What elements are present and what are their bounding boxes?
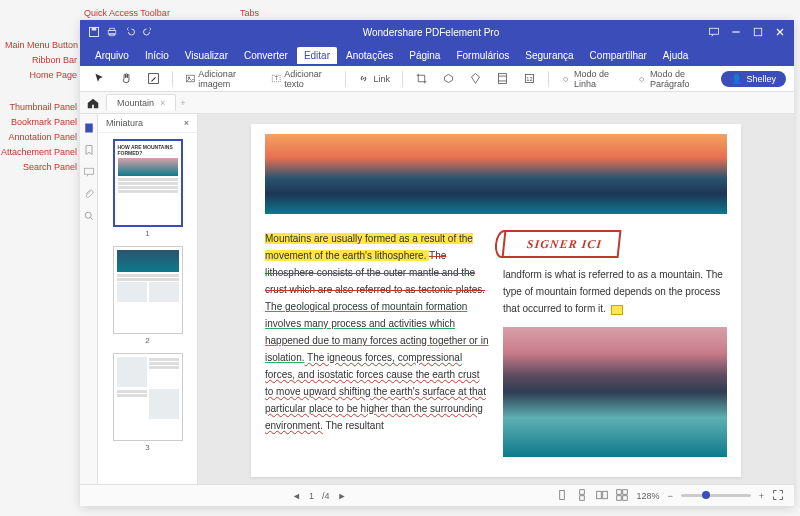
- svg-text:T: T: [274, 75, 278, 81]
- tab-close-icon[interactable]: ×: [160, 98, 165, 108]
- add-text-button[interactable]: TAdicionar texto: [266, 66, 338, 92]
- annot-thumb: Thumbnail Panel: [0, 102, 77, 112]
- hero-image: [265, 134, 727, 214]
- app-window: Wondershare PDFelement Pro Arquivo Iníci…: [80, 20, 794, 506]
- hand-tool[interactable]: [115, 69, 138, 88]
- annot-mainmenu: Main Menu Button: [5, 40, 77, 50]
- statusbar: ◄ 1 /4 ► 128% − +: [80, 484, 794, 506]
- annot-annotation: Annotation Panel: [0, 132, 77, 142]
- prev-page-icon[interactable]: ◄: [292, 491, 301, 501]
- sticky-note-icon[interactable]: [611, 305, 623, 315]
- svg-text:12: 12: [526, 76, 532, 82]
- svg-rect-24: [580, 495, 585, 500]
- svg-rect-5: [710, 28, 719, 34]
- menu-converter[interactable]: Converter: [237, 47, 295, 64]
- ribbon-bar: Adicionar imagem TAdicionar texto Link 1…: [80, 66, 794, 92]
- svg-rect-25: [597, 491, 602, 499]
- svg-rect-3: [110, 28, 115, 30]
- separator: [548, 71, 549, 87]
- tab-add-icon[interactable]: +: [180, 98, 185, 108]
- stamp-annotation[interactable]: SIGNER ICI: [502, 230, 622, 258]
- svg-rect-1: [92, 28, 97, 31]
- annot-qat: Quick Access Toolbar: [84, 8, 170, 18]
- user-account[interactable]: 👤Shelley: [721, 71, 786, 87]
- thumbnail-item[interactable]: 3: [113, 353, 183, 454]
- link-button[interactable]: Link: [352, 69, 395, 88]
- svg-rect-22: [560, 490, 565, 499]
- menu-ajuda[interactable]: Ajuda: [656, 47, 696, 64]
- workspace: Miniatura× HOW ARE MOUNTAINS FORMED? 1 2…: [80, 114, 794, 484]
- document-view[interactable]: Mountains are usually formed as a result…: [198, 114, 794, 484]
- separator: [172, 71, 173, 87]
- view-facing-icon[interactable]: [596, 489, 608, 503]
- menu-visualizar[interactable]: Visualizar: [178, 47, 235, 64]
- annot-attachment: Attachement Panel: [0, 147, 77, 157]
- tab-label: Mountain: [117, 98, 154, 108]
- view-facing-cont-icon[interactable]: [616, 489, 628, 503]
- feedback-icon[interactable]: [708, 26, 720, 38]
- panel-close-icon[interactable]: ×: [184, 118, 189, 128]
- view-single-icon[interactable]: [556, 489, 568, 503]
- search-panel-icon[interactable]: [83, 208, 95, 220]
- window-title: Wondershare PDFelement Pro: [154, 27, 708, 38]
- page-total: /4: [322, 491, 330, 501]
- mode-paragraph-button[interactable]: ○Modo de Parágrafo: [631, 66, 717, 92]
- fullscreen-icon[interactable]: [772, 489, 784, 503]
- annot-ribbon: Ribbon Bar: [5, 55, 77, 65]
- qat-redo-icon[interactable]: [142, 26, 154, 38]
- menu-pagina[interactable]: Página: [402, 47, 447, 64]
- home-icon[interactable]: [86, 96, 100, 110]
- menu-compartilhar[interactable]: Compartilhar: [583, 47, 654, 64]
- close-button[interactable]: [774, 26, 786, 38]
- zoom-slider[interactable]: [681, 494, 751, 497]
- thumbnail-panel: Miniatura× HOW ARE MOUNTAINS FORMED? 1 2…: [98, 114, 198, 484]
- select-tool[interactable]: [88, 69, 111, 88]
- annot-search: Search Panel: [0, 162, 77, 172]
- annot-home: Home Page: [5, 70, 77, 80]
- view-continuous-icon[interactable]: [576, 489, 588, 503]
- minimize-button[interactable]: [730, 26, 742, 38]
- bookmark-panel-icon[interactable]: [83, 142, 95, 154]
- qat-print-icon[interactable]: [106, 26, 118, 38]
- crop-tool[interactable]: [410, 69, 433, 88]
- thumbnail-item[interactable]: HOW ARE MOUNTAINS FORMED? 1: [113, 139, 183, 240]
- thumbnail-list[interactable]: HOW ARE MOUNTAINS FORMED? 1 2 3: [98, 133, 197, 484]
- menu-formularios[interactable]: Formulários: [449, 47, 516, 64]
- qat-undo-icon[interactable]: [124, 26, 136, 38]
- maximize-button[interactable]: [752, 26, 764, 38]
- watermark-tool[interactable]: [437, 69, 460, 88]
- user-icon: 👤: [731, 74, 742, 84]
- menu-inicio[interactable]: Início: [138, 47, 176, 64]
- svg-rect-18: [85, 124, 93, 133]
- text-column-right: SIGNER ICI landform is what is referred …: [503, 230, 727, 457]
- edit-tool[interactable]: [142, 69, 165, 88]
- zoom-in-icon[interactable]: +: [759, 491, 764, 501]
- svg-point-20: [85, 212, 91, 218]
- thumbnail-header: Miniatura×: [98, 114, 197, 133]
- annotation-panel-icon[interactable]: [83, 164, 95, 176]
- document-tab[interactable]: Mountain ×: [106, 94, 176, 111]
- menu-anotacoes[interactable]: Anotações: [339, 47, 400, 64]
- menu-editar[interactable]: Editar: [297, 47, 337, 64]
- mode-line-button[interactable]: ○Modo de Linha: [556, 66, 628, 92]
- attachment-panel-icon[interactable]: [83, 186, 95, 198]
- page-current[interactable]: 1: [309, 491, 314, 501]
- thumbnail-item[interactable]: 2: [113, 246, 183, 347]
- header-footer-tool[interactable]: [491, 69, 514, 88]
- svg-rect-27: [617, 489, 622, 494]
- background-tool[interactable]: [464, 69, 487, 88]
- menu-seguranca[interactable]: Segurança: [518, 47, 580, 64]
- thumb-page-num: 1: [113, 227, 183, 240]
- qat-save-icon[interactable]: [88, 26, 100, 38]
- zoom-out-icon[interactable]: −: [667, 491, 672, 501]
- content-image: [503, 327, 727, 457]
- annot-bookmark: Bookmark Panel: [0, 117, 77, 127]
- menu-arquivo[interactable]: Arquivo: [88, 47, 136, 64]
- bates-tool[interactable]: 12: [518, 69, 541, 88]
- add-image-button[interactable]: Adicionar imagem: [180, 66, 262, 92]
- thumbnail-panel-icon[interactable]: [83, 120, 95, 132]
- next-page-icon[interactable]: ►: [337, 491, 346, 501]
- thumb-page-num: 2: [113, 334, 183, 347]
- side-panel: [80, 114, 98, 484]
- svg-rect-26: [603, 491, 608, 499]
